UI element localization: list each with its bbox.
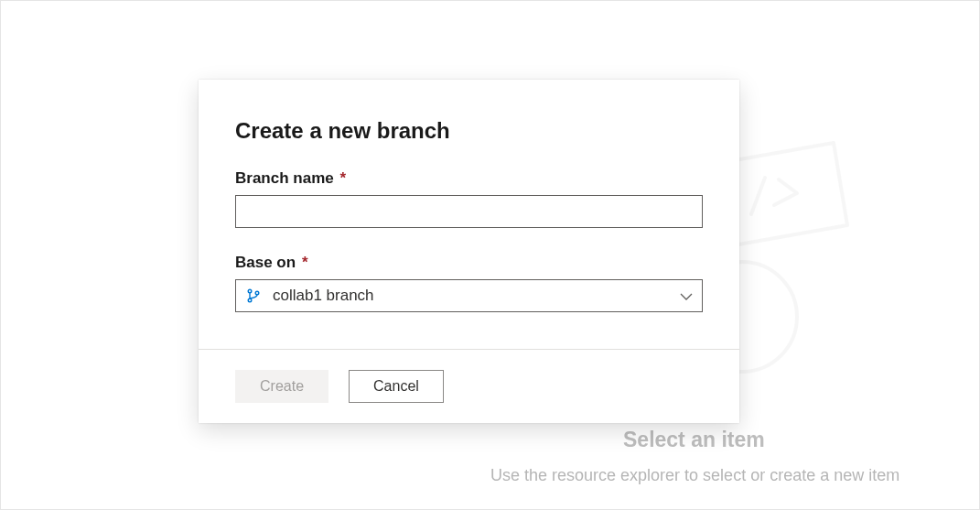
base-on-label: Base on * — [235, 254, 703, 272]
create-button[interactable]: Create — [235, 370, 328, 403]
chevron-down-icon — [680, 288, 693, 304]
backdrop-title: Select an item — [623, 428, 765, 452]
svg-point-2 — [248, 298, 252, 302]
branch-name-group: Branch name * — [235, 169, 703, 228]
dialog-footer: Create Cancel — [199, 349, 739, 423]
branch-name-label: Branch name * — [235, 169, 703, 188]
cancel-button[interactable]: Cancel — [349, 370, 444, 403]
base-on-label-text: Base on — [235, 254, 296, 271]
svg-point-1 — [248, 289, 252, 293]
base-on-selected-text: collab1 branch — [273, 287, 680, 305]
dialog-title: Create a new branch — [235, 118, 703, 144]
create-branch-dialog: Create a new branch Branch name * Base o… — [199, 80, 739, 423]
base-on-dropdown[interactable]: collab1 branch — [235, 279, 703, 312]
branch-name-label-text: Branch name — [235, 169, 334, 187]
required-asterisk: * — [302, 254, 308, 271]
base-on-group: Base on * collab1 branch — [235, 254, 703, 312]
backdrop-subtitle: Use the resource explorer to select or c… — [490, 466, 899, 485]
svg-point-3 — [255, 291, 259, 295]
required-asterisk: * — [339, 169, 346, 187]
branch-name-input[interactable] — [235, 195, 703, 228]
dialog-body: Create a new branch Branch name * Base o… — [199, 80, 739, 349]
git-branch-icon — [245, 288, 262, 304]
